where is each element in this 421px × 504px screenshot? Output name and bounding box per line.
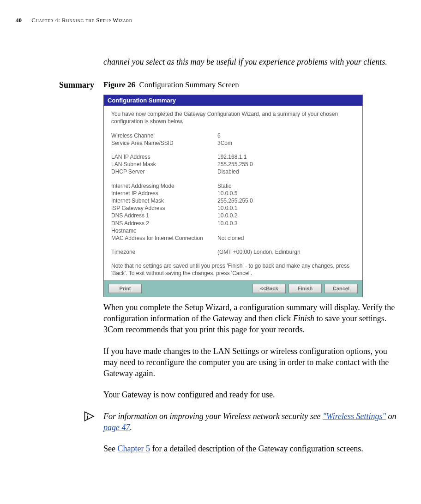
row-value: 3Com	[217, 139, 355, 147]
row-label: Hostname	[111, 227, 217, 234]
row-label: DHCP Server	[111, 168, 217, 175]
row-value: 255.255.255.0	[217, 197, 355, 204]
row-value: 192.168.1.1	[217, 153, 355, 161]
section-heading-summary: Summary	[16, 80, 103, 90]
row-label: Service Area Name/SSID	[111, 139, 217, 147]
row-label: ISP Gateway Address	[111, 204, 217, 212]
figure-label: Figure 26	[103, 80, 135, 89]
table-row: ISP Gateway Address10.0.0.1	[111, 204, 355, 212]
text-run: See	[103, 444, 118, 453]
row-label: Internet IP Address	[111, 190, 217, 197]
row-value: 10.0.0.2	[217, 212, 355, 219]
running-header: 40 Chapter 4: Running the Setup Wizard	[16, 17, 405, 24]
row-value: 10.0.0.1	[217, 204, 355, 212]
table-row: LAN Subnet Mask255.255.255.0	[111, 161, 355, 168]
row-label: DNS Address 2	[111, 220, 217, 227]
row-value: (GMT +00:00) London, Edinburgh	[217, 248, 355, 256]
row-value: 255.255.255.0	[217, 161, 355, 168]
dialog-body: You have now completed the Gateway Confi…	[104, 106, 362, 280]
figure-caption: Figure 26 Configuration Summary Screen	[103, 80, 239, 90]
row-label: LAN IP Address	[111, 153, 217, 161]
table-row: Internet IP Address10.0.0.5	[111, 190, 355, 197]
body-paragraph: See Chapter 5 for a detailed description…	[103, 443, 399, 454]
row-label: Internet Addressing Mode	[111, 182, 217, 190]
body-paragraph: When you complete the Setup Wizard, a co…	[103, 302, 399, 336]
text-run: For information on improving your Wirele…	[103, 412, 323, 421]
chapter-title: Chapter 4: Running the Setup Wizard	[31, 17, 132, 24]
text-run: .	[130, 423, 132, 432]
body-paragraph: Your Gateway is now configured and ready…	[103, 389, 399, 400]
row-label: MAC Address for Internet Connection	[111, 234, 217, 242]
svg-marker-0	[85, 412, 94, 421]
table-row: DHCP ServerDisabled	[111, 168, 355, 175]
table-row: MAC Address for Internet ConnectionNot c…	[111, 234, 355, 242]
emphasis: Finish	[293, 314, 314, 323]
wireless-settings-link[interactable]: "Wireless Settings"	[323, 412, 386, 421]
cancel-button[interactable]: Cancel	[325, 284, 358, 293]
back-button[interactable]: <<Back	[253, 284, 286, 293]
table-row: Internet Addressing ModeStatic	[111, 182, 355, 190]
row-label: Internet Subnet Mask	[111, 197, 217, 204]
row-label: Timezone	[111, 248, 217, 256]
table-row: Hostname	[111, 227, 355, 234]
row-value: 6	[217, 132, 355, 139]
row-label: DNS Address 1	[111, 212, 217, 219]
info-icon: i	[16, 411, 103, 424]
table-row: Wireless Channel6	[111, 132, 355, 139]
info-text: For information on improving your Wirele…	[103, 411, 399, 433]
intro-continuation: channel you select as this may be useful…	[103, 56, 399, 67]
dialog-note: Note that no settings are saved until yo…	[111, 262, 355, 277]
row-label: Wireless Channel	[111, 132, 217, 139]
row-value: 10.0.0.3	[217, 220, 355, 227]
body-paragraph: If you have made changes to the LAN Sett…	[103, 346, 399, 379]
row-value: Disabled	[217, 168, 355, 175]
page-ref-link[interactable]: page 47	[103, 423, 130, 432]
config-summary-screenshot: Configuration Summary You have now compl…	[103, 95, 363, 297]
table-row: DNS Address 110.0.0.2	[111, 212, 355, 219]
page-number: 40	[16, 17, 22, 24]
dialog-title: Configuration Summary	[104, 95, 362, 106]
table-row: LAN IP Address192.168.1.1	[111, 153, 355, 161]
dialog-intro-text: You have now completed the Gateway Confi…	[111, 110, 355, 125]
table-row: Service Area Name/SSID3Com	[111, 139, 355, 147]
table-row: DNS Address 210.0.0.3	[111, 220, 355, 227]
row-value: Not cloned	[217, 234, 355, 242]
row-value: 10.0.0.5	[217, 190, 355, 197]
finish-button[interactable]: Finish	[289, 284, 322, 293]
text-run: for a detailed description of the Gatewa…	[150, 444, 363, 453]
figure-title: Configuration Summary Screen	[139, 80, 239, 89]
dialog-button-bar: Print <<Back Finish Cancel	[104, 280, 362, 297]
print-button[interactable]: Print	[108, 284, 142, 293]
chapter-5-link[interactable]: Chapter 5	[118, 444, 150, 453]
table-row: Internet Subnet Mask255.255.255.0	[111, 197, 355, 204]
row-label: LAN Subnet Mask	[111, 161, 217, 168]
row-value: Static	[217, 182, 355, 190]
table-row: Timezone(GMT +00:00) London, Edinburgh	[111, 248, 355, 256]
text-run: on	[386, 412, 397, 421]
row-value	[217, 227, 355, 234]
